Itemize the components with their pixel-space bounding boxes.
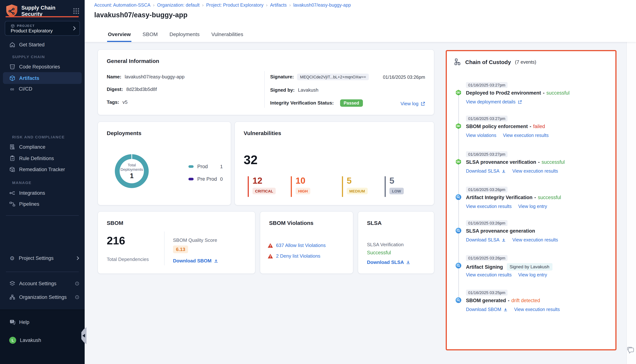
project-label: PROJECT <box>17 24 35 28</box>
download-slsa-link[interactable]: Download SLSA <box>367 260 410 265</box>
chain-of-custody-title: Chain of Custody <box>465 59 511 65</box>
breadcrumb-organization[interactable]: Organization: default <box>157 2 200 8</box>
download-icon <box>502 238 506 242</box>
event-status: successful <box>538 195 561 200</box>
view-execution-results-link[interactable]: View execution results <box>503 133 548 138</box>
sidebar-item-account-settings[interactable]: Account Settings <box>0 278 85 289</box>
view-execution-results-link[interactable]: View execution results <box>512 238 558 242</box>
event-status: drift detected <box>512 298 540 303</box>
sidebar-item-remediation-tracker[interactable]: Remediation Tracker <box>0 164 85 175</box>
chain-of-custody-count: (7 events) <box>515 59 536 64</box>
gear-icon: ⚙ <box>9 255 15 261</box>
page-scrollbar-track[interactable] <box>626 42 636 364</box>
view-execution-results-link[interactable]: View execution results <box>514 307 560 312</box>
event-title-row: SBOM generated - drift detected <box>466 298 540 303</box>
view-execution-results-link[interactable]: View execution results <box>512 168 558 174</box>
sidebar-divider <box>6 215 79 216</box>
sidebar-item-artifacts[interactable]: Artifacts <box>3 72 82 84</box>
tab-sbom[interactable]: SBOM <box>142 31 158 42</box>
tab-vulnerabilities[interactable]: Vulnerabilities <box>210 31 244 42</box>
view-log-link[interactable]: View log <box>400 101 425 106</box>
allow-list-violations-link[interactable]: 637 Allow list Violations <box>276 242 326 248</box>
sidebar-item-label: Remediation Tracker <box>19 166 65 172</box>
clipboard-check-icon <box>9 155 16 162</box>
view-log-entry-link[interactable]: View log entry <box>518 272 547 278</box>
sbom-quality-score-badge: 6.13 <box>173 246 188 253</box>
pipeline-icon <box>455 123 462 129</box>
module-grid-icon[interactable] <box>72 7 80 15</box>
legend-item-pre-prod: Pre Prod 0 <box>188 174 223 184</box>
view-execution-results-link[interactable]: View execution results <box>466 272 512 278</box>
view-deployment-details-link[interactable]: View deployment details <box>466 99 522 104</box>
sidebar-item-label: Integrations <box>19 190 45 196</box>
info-icon <box>75 281 80 286</box>
custody-event-integrity-verification: 01/16/2025 03:26pm Artifact Integrity Ve… <box>447 186 616 220</box>
sidebar-item-help[interactable]: ? Help <box>0 316 85 328</box>
breadcrumb-account[interactable]: Account: Automation-SSCA <box>94 2 150 8</box>
severity-badge: MEDIUM <box>347 188 368 194</box>
card-title: SBOM <box>107 220 123 226</box>
event-timestamp: 01/16/2025 03:27pm <box>466 82 508 88</box>
download-sbom-link[interactable]: Download SBOM <box>466 307 508 312</box>
view-violations-link[interactable]: View violations <box>466 133 496 138</box>
deployments-donut-chart: Total Deployments 1 <box>115 154 149 188</box>
view-log-entry-link[interactable]: View log entry <box>518 204 547 209</box>
sbom-violations-card: SBOM Violations 637 Allow list Violation… <box>260 211 353 274</box>
download-slsa-link[interactable]: Download SLSA <box>466 238 506 242</box>
sidebar-item-cicd[interactable]: ∞ CI/CD <box>0 83 85 94</box>
integrity-status-row: Integrity Verification Status:Passed <box>270 100 363 106</box>
breadcrumb-separator: › <box>202 2 204 8</box>
breadcrumb-artifacts[interactable]: Artifacts <box>270 2 287 8</box>
sidebar-item-label: Get Started <box>19 42 44 47</box>
allow-list-violations-row: 637 Allow list Violations <box>268 242 326 248</box>
account-layers-icon <box>9 280 16 286</box>
tab-overview[interactable]: Overview <box>107 31 132 42</box>
sidebar-item-compliance[interactable]: Compliance <box>0 141 85 152</box>
sidebar-item-label: Code Repositories <box>19 64 60 70</box>
download-sbom-link[interactable]: Download SBOM <box>173 258 218 264</box>
severity-medium: 5 MEDIUM <box>342 176 368 197</box>
project-cube-icon <box>11 24 15 28</box>
sidebar-item-pipelines[interactable]: Pipelines <box>0 198 85 210</box>
sidebar-item-organization-settings[interactable]: Organization Settings <box>0 292 85 302</box>
sbom-quality-score-label: SBOM Quality Score <box>173 238 217 243</box>
download-icon <box>502 169 506 173</box>
view-execution-results-link[interactable]: View execution results <box>466 204 512 209</box>
page-header: Account: Automation-SSCA›Organization: d… <box>85 0 636 42</box>
severity-low: 5 LOW <box>384 176 404 197</box>
chain-of-custody-icon <box>454 58 461 65</box>
help-chat-icon: ? <box>9 319 16 325</box>
event-status: successful <box>546 90 570 96</box>
pre-prod-swatch <box>188 178 194 180</box>
download-slsa-link[interactable]: Download SLSA <box>466 168 506 174</box>
breadcrumb-separator: › <box>266 2 268 8</box>
deny-list-violations-link[interactable]: 2 Deny list Violations <box>276 253 320 259</box>
event-timestamp: 01/16/2025 03:26pm <box>466 220 508 226</box>
compliance-doc-search-icon <box>9 144 16 150</box>
breadcrumb-project[interactable]: Project: Product Exploratory <box>206 2 263 8</box>
external-link-icon <box>421 102 425 106</box>
sidebar-item-get-started[interactable]: Get Started <box>0 39 85 50</box>
sidebar-item-label: Account Settings <box>19 281 56 286</box>
sidebar-item-integrations[interactable]: Integrations <box>0 187 85 198</box>
sidebar-divider <box>6 272 79 272</box>
project-selector[interactable]: PROJECT Product Exploratory <box>5 21 80 36</box>
event-title-row: SLSA provenance generation <box>466 228 535 234</box>
project-name: Product Exploratory <box>11 28 53 34</box>
feedback-chat-icon[interactable] <box>627 347 635 354</box>
user-avatar: L <box>9 336 16 344</box>
sidebar-item-code-repositories[interactable]: </> Code Repositories <box>0 61 85 72</box>
sidebar-item-rule-definitions[interactable]: Rule Definitions <box>0 153 85 164</box>
section-supply-chain: SUPPLY CHAIN <box>12 54 45 59</box>
info-icon <box>75 294 80 300</box>
signed-by-row: Signed by:Lavakush <box>270 87 318 93</box>
breadcrumb-separator: › <box>153 2 154 8</box>
collapse-arrow-icon <box>82 334 85 338</box>
breadcrumb-artifact-name[interactable]: lavakush07/easy-buggy-app <box>293 2 351 8</box>
event-title-row: Deployed to Prod2 environment - successf… <box>466 90 570 96</box>
sidebar-item-project-settings[interactable]: ⚙ Project Settings <box>0 252 85 264</box>
sidebar-item-user[interactable]: L Lavakush <box>0 334 85 346</box>
tab-deployments[interactable]: Deployments <box>169 31 200 42</box>
artifact-name-row: Name:lavakush07/easy-buggy-app <box>107 74 184 80</box>
chain-of-custody-panel: Chain of Custody (7 events) 01/16/2025 0… <box>446 50 616 350</box>
